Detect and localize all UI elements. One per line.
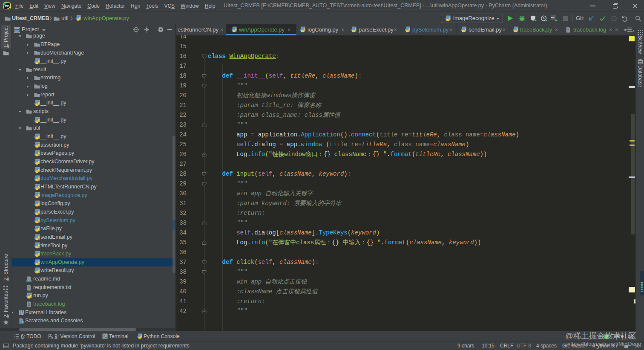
svg-text:3: 3 bbox=[632, 29, 634, 33]
svg-text:MD: MD bbox=[28, 280, 31, 282]
svg-text:PC: PC bbox=[5, 5, 9, 8]
